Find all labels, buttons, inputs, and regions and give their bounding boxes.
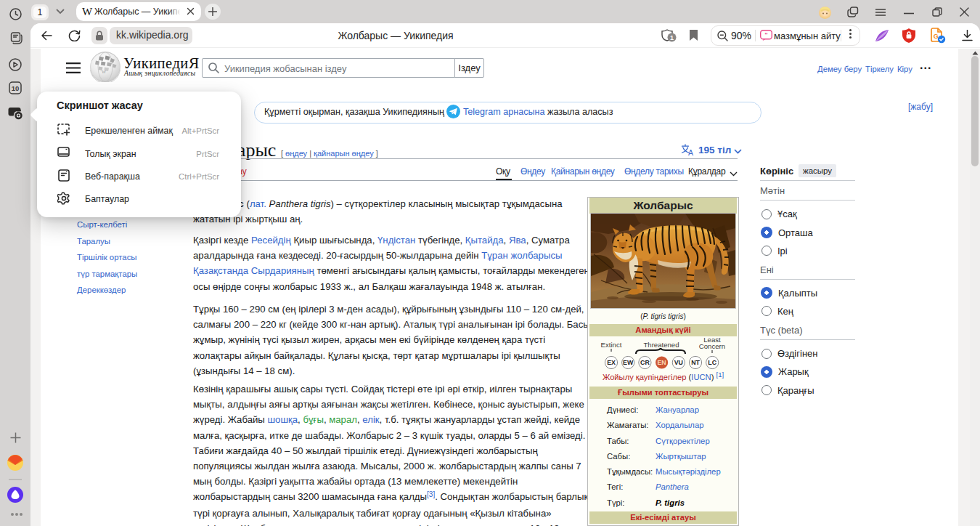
svg-text:G: G bbox=[934, 33, 939, 40]
svg-text:EN: EN bbox=[657, 359, 666, 366]
svg-text:W: W bbox=[102, 69, 107, 74]
svg-text:10: 10 bbox=[12, 84, 20, 92]
svg-text:“: “ bbox=[764, 31, 768, 39]
svg-text:EW: EW bbox=[623, 359, 634, 366]
svg-text:CR: CR bbox=[640, 359, 650, 366]
svg-text:EX: EX bbox=[607, 359, 616, 366]
svg-text:Threatened: Threatened bbox=[643, 341, 679, 349]
svg-text:LC: LC bbox=[708, 359, 716, 366]
svg-text:1: 1 bbox=[670, 34, 674, 41]
svg-text:NT: NT bbox=[691, 359, 700, 366]
svg-text:Concern: Concern bbox=[699, 342, 725, 350]
svg-text:A: A bbox=[688, 148, 693, 156]
svg-text:VU: VU bbox=[674, 359, 683, 366]
svg-text:Extinct: Extinct bbox=[601, 341, 622, 349]
